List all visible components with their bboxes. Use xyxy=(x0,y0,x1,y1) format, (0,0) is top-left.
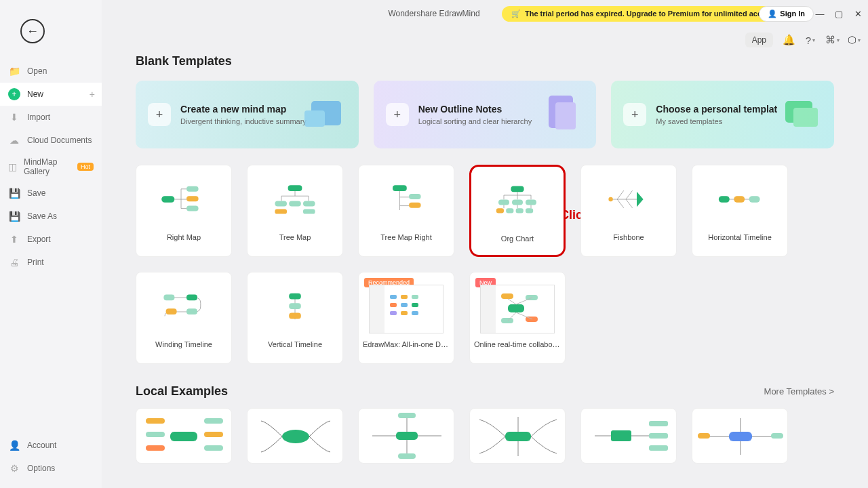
template-winding-timeline[interactable]: Winding Timeline xyxy=(136,272,232,364)
sidebar-item-cloud[interactable]: ☁ Cloud Documents xyxy=(0,129,102,152)
template-vertical-timeline[interactable]: Vertical Timeline xyxy=(247,272,343,364)
trial-banner-text: The trial period has expired. Upgrade to… xyxy=(525,9,776,18)
template-org-chart[interactable]: Org Chart xyxy=(469,165,566,257)
sidebar-label: Options xyxy=(27,464,55,473)
svg-rect-40 xyxy=(412,295,418,299)
svg-rect-21 xyxy=(512,199,523,205)
sidebar: ← 📁 Open + New + ⬇ Import ☁ Cloud Docume… xyxy=(0,0,102,488)
gear-icon: ⚙ xyxy=(8,462,20,474)
example-card[interactable] xyxy=(136,408,232,464)
template-horizontal-timeline[interactable]: Horizontal Timeline xyxy=(692,165,788,257)
template-deco-icon xyxy=(773,87,827,142)
sidebar-item-import[interactable]: ⬇ Import xyxy=(0,106,102,129)
example-card[interactable] xyxy=(358,408,454,464)
svg-rect-20 xyxy=(498,199,509,205)
svg-rect-53 xyxy=(146,418,165,424)
plus-icon[interactable]: + xyxy=(90,89,95,100)
signin-button[interactable]: 👤 Sign In xyxy=(759,6,814,22)
sidebar-item-open[interactable]: 📁 Open xyxy=(0,60,102,83)
svg-rect-67 xyxy=(649,445,668,451)
hero-sub: My saved templates xyxy=(656,117,777,125)
template-preview xyxy=(471,167,564,235)
svg-rect-17 xyxy=(409,194,421,199)
sidebar-label: Print xyxy=(27,258,44,267)
sidebar-label: MindMap Gallery xyxy=(24,157,68,176)
hot-badge: Hot xyxy=(77,163,94,171)
hero-outline-notes[interactable]: + New Outline Notes Logical sorting and … xyxy=(374,81,597,148)
svg-rect-30 xyxy=(749,196,760,203)
sidebar-item-export[interactable]: ⬆ Export xyxy=(0,228,102,251)
svg-rect-12 xyxy=(289,201,301,206)
back-button[interactable]: ← xyxy=(20,19,45,43)
grid-icon[interactable]: ⌘▾ xyxy=(826,34,838,46)
sidebar-label: Save As xyxy=(27,211,57,221)
close-button[interactable]: ✕ xyxy=(853,9,863,18)
template-fishbone[interactable]: Fishbone xyxy=(580,165,677,257)
maximize-button[interactable]: ▢ xyxy=(834,9,844,18)
example-card[interactable] xyxy=(469,408,566,464)
svg-rect-37 xyxy=(289,313,301,319)
template-label: Horizontal Timeline xyxy=(692,233,787,241)
template-online-collab[interactable]: New Online real-time collabora... xyxy=(469,272,566,364)
svg-rect-38 xyxy=(390,295,397,299)
example-card[interactable] xyxy=(247,408,343,464)
help-icon[interactable]: ?▾ xyxy=(804,34,816,46)
hero-new-mindmap[interactable]: + Create a new mind map Divergent thinki… xyxy=(136,81,359,148)
window-controls: — ▢ ✕ xyxy=(815,9,863,18)
svg-rect-36 xyxy=(289,303,301,309)
sidebar-item-new[interactable]: + New + xyxy=(0,83,102,106)
export-icon: ⬆ xyxy=(8,233,20,245)
svg-rect-24 xyxy=(506,208,513,213)
signin-label: Sign In xyxy=(780,9,805,18)
template-label: EdrawMax: All-in-one Dia... xyxy=(359,340,454,348)
template-preview xyxy=(248,272,342,340)
hero-personal-templates[interactable]: + Choose a personal templat My saved tem… xyxy=(611,81,834,148)
svg-rect-25 xyxy=(516,208,524,213)
template-preview xyxy=(136,272,231,340)
sidebar-item-account[interactable]: 👤 Account xyxy=(0,434,102,457)
tag-icon[interactable]: ⬡▾ xyxy=(848,34,860,46)
svg-rect-64 xyxy=(611,430,631,441)
svg-rect-35 xyxy=(289,293,301,300)
example-card[interactable] xyxy=(580,408,677,464)
hero-title: Create a new mind map xyxy=(180,104,307,115)
svg-rect-7 xyxy=(186,186,199,192)
template-grid: Right Map Tree Map Tree Map Right Org Ch… xyxy=(136,165,834,364)
bell-icon[interactable]: 🔔 xyxy=(783,34,795,46)
more-templates-link[interactable]: More Templates > xyxy=(764,386,834,396)
svg-rect-11 xyxy=(275,201,287,206)
svg-rect-52 xyxy=(170,432,197,441)
example-card[interactable] xyxy=(692,408,788,464)
app-title: Wondershare EdrawMind xyxy=(388,9,479,18)
minimize-button[interactable]: — xyxy=(815,9,825,18)
template-right-map[interactable]: Right Map xyxy=(136,165,232,257)
svg-rect-42 xyxy=(401,303,408,307)
template-label: Org Chart xyxy=(471,235,564,243)
svg-rect-43 xyxy=(412,303,418,307)
sidebar-item-print[interactable]: 🖨 Print xyxy=(0,251,102,274)
local-examples-row xyxy=(136,408,834,464)
svg-rect-3 xyxy=(555,102,576,129)
svg-rect-15 xyxy=(303,209,315,214)
svg-rect-45 xyxy=(401,311,408,315)
template-tree-map[interactable]: Tree Map xyxy=(247,165,343,257)
svg-rect-1 xyxy=(304,110,325,127)
sidebar-label: Open xyxy=(27,66,47,76)
mindmap-deco-icon xyxy=(298,87,352,142)
cloud-icon: ☁ xyxy=(8,134,20,146)
template-tree-map-right[interactable]: Tree Map Right xyxy=(358,165,454,257)
sidebar-item-gallery[interactable]: ◫ MindMap Gallery Hot xyxy=(0,152,102,182)
sidebar-item-save[interactable]: 💾 Save xyxy=(0,182,102,205)
svg-rect-48 xyxy=(501,293,513,299)
svg-rect-14 xyxy=(275,209,287,214)
svg-rect-6 xyxy=(161,196,174,203)
trial-banner[interactable]: 🛒 The trial period has expired. Upgrade … xyxy=(502,6,785,22)
sidebar-item-saveas[interactable]: 💾 Save As xyxy=(0,205,102,228)
template-label: Winding Timeline xyxy=(136,340,231,348)
app-pill[interactable]: App xyxy=(745,33,773,47)
svg-rect-68 xyxy=(729,432,752,441)
plus-icon: + xyxy=(148,103,171,126)
sidebar-item-options[interactable]: ⚙ Options xyxy=(0,457,102,480)
sidebar-label: Account xyxy=(27,441,56,450)
template-edrawmax[interactable]: Recommended EdrawMax: All-in-one Dia... xyxy=(358,272,454,364)
